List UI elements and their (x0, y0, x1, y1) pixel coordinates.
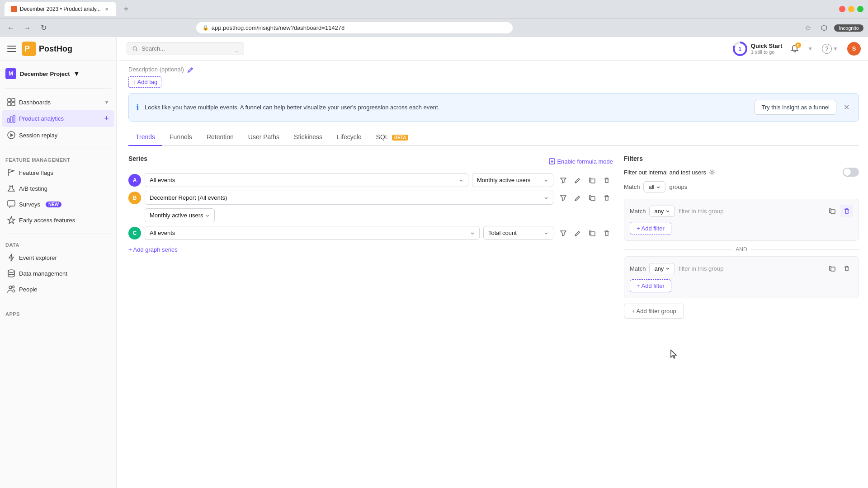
quick-start-title: Quick Start (751, 42, 782, 49)
tab-close-btn[interactable]: ✕ (104, 6, 110, 12)
sidebar-item-event-explorer[interactable]: Event explorer (2, 250, 114, 265)
sidebar-item-ab-testing[interactable]: A/B testing (2, 181, 114, 196)
window-minimize[interactable] (848, 6, 854, 12)
search-input[interactable] (142, 45, 231, 52)
surveys-label: Surveys (19, 201, 40, 208)
series-column: Series Enable formula mode (128, 155, 613, 319)
new-tab-button[interactable]: + (120, 3, 132, 15)
dashboards-chevron: ▼ (104, 100, 109, 105)
filter-toggle[interactable] (843, 168, 859, 177)
sidebar-item-session-replay[interactable]: Session replay (2, 127, 114, 143)
group1-match-select[interactable]: any (649, 206, 675, 217)
chevron-down-icon-a (544, 178, 548, 183)
tab-trends[interactable]: Trends (128, 129, 162, 146)
add-graph-series-button[interactable]: + Add graph series (128, 244, 613, 256)
help-button[interactable]: ? ▼ (818, 41, 842, 56)
tab-user-paths[interactable]: User Paths (241, 129, 287, 146)
series-a-copy-btn[interactable] (586, 174, 599, 187)
chevron-down-icon-bm (205, 213, 210, 218)
group2-add-filter-btn[interactable]: + Add filter (630, 279, 671, 292)
add-tag-button[interactable]: + Add tag (128, 76, 161, 88)
search-bar[interactable]: _ (127, 42, 244, 55)
project-header[interactable]: M December Project ▼ (0, 65, 116, 83)
tab-lifecycle[interactable]: Lifecycle (330, 129, 368, 146)
chevron-down-match (656, 185, 660, 189)
group2-delete-btn[interactable] (840, 262, 853, 275)
series-b-metric-select[interactable]: Monthly active users (145, 208, 215, 222)
series-b-event-select[interactable]: December Report (All events) (145, 191, 553, 205)
svg-text:P: P (24, 44, 30, 53)
series-a-delete-btn[interactable] (600, 174, 613, 187)
sidebar-item-surveys[interactable]: Surveys NEW (2, 197, 114, 212)
series-b-copy-btn[interactable] (586, 192, 599, 204)
copy-icon-b (589, 195, 595, 201)
group2-match-select[interactable]: any (649, 263, 675, 274)
notifications-button[interactable]: 0 (788, 42, 802, 56)
main-content: Description (optional) + Add tag ℹ Looks… (119, 61, 868, 488)
window-maximize[interactable] (857, 6, 863, 12)
sidebar-nav-section: Dashboards ▼ Product analytics + Session… (0, 90, 116, 147)
browser-tab[interactable]: December 2023 • Product analy... ✕ (5, 2, 116, 16)
quick-start[interactable]: 1 Quick Start 1 still to go (733, 42, 782, 56)
svg-point-28 (711, 171, 713, 174)
edit-icon[interactable] (188, 66, 194, 73)
match-all-select[interactable]: all (643, 181, 665, 192)
flask-icon (7, 184, 15, 192)
sidebar-item-early-access[interactable]: Early access features (2, 212, 114, 228)
series-c-metric-select[interactable]: Total count (483, 226, 553, 240)
add-filter-group-button[interactable]: + Add filter group (624, 304, 684, 319)
series-c-actions (557, 227, 613, 239)
series-a-filter-btn[interactable] (557, 174, 570, 187)
series-label-b: B (128, 192, 141, 204)
window-close[interactable] (839, 6, 845, 12)
svg-point-16 (8, 270, 14, 272)
group1-placeholder: filter in this group (679, 208, 822, 215)
sidebar-item-product-analytics[interactable]: Product analytics + (2, 110, 114, 127)
series-a-edit-btn[interactable] (571, 174, 584, 187)
formula-mode-button[interactable]: Enable formula mode (549, 158, 613, 165)
tab-funnels[interactable]: Funnels (162, 129, 199, 146)
sidebar-item-data-management[interactable]: Data management (2, 266, 114, 281)
series-c-filter-btn[interactable] (557, 227, 570, 239)
series-a-metric-select[interactable]: Monthly active users (472, 173, 553, 187)
banner-close-button[interactable]: ✕ (842, 101, 851, 113)
series-c-delete-btn[interactable] (600, 227, 613, 239)
svg-rect-3 (12, 99, 15, 102)
forward-button[interactable]: → (21, 22, 33, 34)
sidebar-item-feature-flags[interactable]: Feature flags (2, 165, 114, 180)
user-avatar[interactable]: S (847, 42, 861, 56)
group2-copy-btn[interactable] (826, 262, 839, 275)
trash-icon (604, 177, 610, 183)
group1-add-filter-btn[interactable]: + Add filter (630, 222, 671, 235)
extensions-button[interactable]: ⬡ (818, 22, 830, 34)
grid-icon (7, 98, 15, 106)
sidebar-project-section: M December Project ▼ (0, 61, 116, 86)
bookmark-button[interactable]: ☆ (802, 22, 814, 34)
sidebar-header: P PostHog (0, 37, 116, 61)
sidebar-item-people[interactable]: People (2, 282, 114, 297)
tab-sql[interactable]: SQL BETA (369, 129, 416, 146)
series-b-delete-btn[interactable] (600, 192, 613, 204)
series-a-event-select[interactable]: All events (145, 173, 468, 187)
surveys-new-badge: NEW (46, 202, 61, 207)
series-b-filter-btn[interactable] (557, 192, 570, 204)
event-explorer-label: Event explorer (19, 254, 57, 261)
back-button[interactable]: ← (5, 22, 17, 34)
settings-icon[interactable] (709, 169, 715, 175)
tab-retention[interactable]: Retention (199, 129, 241, 146)
product-analytics-add[interactable]: + (104, 114, 109, 123)
series-c-edit-btn[interactable] (571, 227, 584, 239)
refresh-button[interactable]: ↻ (37, 22, 50, 34)
try-funnel-button[interactable]: Try this insight as a funnel (755, 100, 836, 115)
sidebar-item-dashboards[interactable]: Dashboards ▼ (2, 94, 114, 110)
group1-delete-btn[interactable] (840, 205, 853, 217)
url-bar[interactable]: 🔒 app.posthog.com/insights/new?dashboard… (196, 22, 513, 33)
info-icon: ℹ (136, 103, 139, 113)
quick-start-text: Quick Start 1 still to go (751, 42, 782, 55)
tab-stickiness[interactable]: Stickiness (287, 129, 330, 146)
group1-copy-btn[interactable] (826, 205, 839, 217)
series-c-event-select[interactable]: All events (145, 226, 480, 240)
series-b-edit-btn[interactable] (571, 192, 584, 204)
series-c-copy-btn[interactable] (586, 227, 599, 239)
hamburger-menu[interactable] (5, 42, 18, 55)
